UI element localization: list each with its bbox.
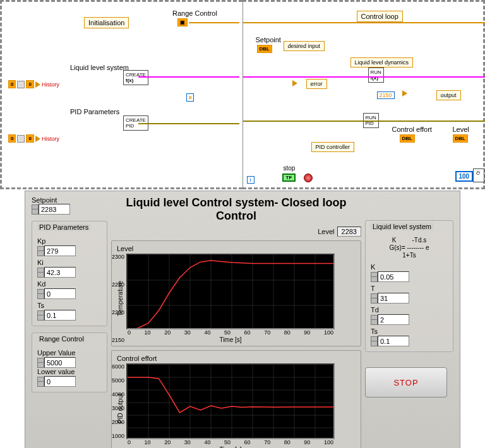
add-icon [402,90,407,97]
array-node-icon [17,135,25,143]
zero-box: 0 [26,134,33,143]
spinner-icon[interactable] [32,204,39,215]
chart-title: Control effort [117,355,356,362]
ki-input[interactable] [44,267,76,278]
upper-label: Upper Value [37,349,102,357]
setpoint-label: Setpoint [32,196,57,204]
spinner-icon[interactable] [37,268,44,278]
kp-label: Kp [37,237,102,245]
history-label: History [42,81,59,88]
arrow-icon [35,81,40,88]
create-node-1: CREATEf(x) [123,70,148,85]
control-loop-frame: Control loop Setpoint DBL desired input … [242,0,486,189]
upper-input[interactable] [44,357,76,368]
pid-controller-label: PID controller [311,142,355,152]
kp-input[interactable] [44,245,76,256]
dbl-terminal: DBL [453,134,468,143]
k-label: K [371,263,448,271]
group-legend: Range Control [37,335,86,343]
tf-terminal: TF [282,174,296,182]
front-panel: Setpoint PID Parameters Kp Ki Kd Ts Rang… [25,191,460,448]
spinner-icon[interactable] [37,377,44,387]
y-ticks: 2300225022002150 [112,254,126,343]
spinner-icon[interactable] [371,272,378,282]
pid-parameters-group: PID Parameters Kp Ki Kd Ts [32,221,107,326]
x-ticks: 0102030405060708090100 [126,439,335,445]
level-indicator: Level 2283 [111,227,361,237]
x-ticks: 0102030405060708090100 [126,329,335,336]
chart-title: Level [117,245,356,252]
setpoint-control: Setpoint [32,196,107,215]
level-chart: Level Temperature 2300225022002150 [111,240,361,346]
ts2-label: Ts [371,327,448,335]
history-label: History [42,136,59,142]
array-node-icon [17,81,25,88]
zero-box: 0 [26,80,33,88]
init-title: Initialisation [84,17,129,28]
k-input[interactable] [378,271,409,282]
metronome-icon: ⏱ [473,168,484,182]
group-legend: Liquid level system [371,223,433,230]
plot-area [126,363,335,439]
effort-chart: Control effort PID output 60005000400030… [111,350,361,448]
arrow-icon [35,136,40,142]
run-fx-node: RUNf(x) [368,68,384,83]
x-axis-label: Time [s] [126,336,335,343]
spinner-icon[interactable] [371,336,378,346]
zero-box: 0 [8,80,16,88]
spinner-icon[interactable] [37,310,44,321]
ts-label: Ts [37,302,102,309]
level-lbl: Level [453,126,469,133]
lower-label: Lower value [37,368,102,375]
zero-box: 0 [8,134,16,143]
setpoint-lbl: Setpoint [256,36,281,44]
history-cluster-2: 0 0 History [8,134,59,143]
level-label: Level [318,228,334,235]
panel-title: Liquid level Control system- Closed loop… [111,196,361,223]
spinner-icon[interactable] [37,358,44,368]
const-zero: 0 [186,93,194,102]
kd-input[interactable] [44,288,76,299]
group-legend: PID Parameters [37,223,90,231]
setpoint-input[interactable] [39,204,70,215]
liquid-level-system-group: Liquid level system K -Td.s G(s)= ------… [365,220,453,352]
spinner-icon[interactable] [371,315,378,325]
spinner-icon[interactable] [371,293,378,304]
spinner-icon[interactable] [37,289,44,299]
loop-delay-const: 100 [455,171,474,182]
dbl-terminal: DBL [400,134,415,143]
level-value: 2283 [337,227,361,237]
lls-label: Liquid level system [70,64,129,71]
error-label: error [306,79,327,89]
ts2-input[interactable] [378,336,409,346]
lld-label: Liquid level dynamics [350,57,414,68]
block-diagram: Initialisation Liquid level system CREAT… [0,0,485,189]
t-label: T [371,285,448,292]
spinner-icon[interactable] [37,246,44,256]
ts-input[interactable] [44,310,76,321]
td-input[interactable] [378,314,409,325]
iteration-terminal-icon: i [247,176,254,184]
desired-input-label: desired input [284,41,325,51]
subtract-icon [292,80,297,86]
range-control-group: Range Control Upper Value Lower value [32,333,107,392]
stop-node-icon [304,174,313,182]
dbl-terminal: DBL [257,45,272,53]
range-control-label: Range Control [172,9,217,17]
transfer-function-formula: K -Td.s G(s)= -------- e 1+Ts [371,237,448,259]
init-frame: Initialisation Liquid level system CREAT… [0,0,242,189]
history-cluster-1: 0 0 History [8,80,59,88]
output-label: output [436,90,461,100]
kd-label: Kd [37,280,102,288]
ki-label: Ki [37,259,102,266]
stop-button[interactable]: STOP [365,367,447,398]
y-ticks: 6000500040003000200010000 [112,363,126,448]
control-effort-lbl: Control effort [392,126,432,133]
stop-label: stop [284,165,296,172]
lower-input[interactable] [44,376,76,387]
control-loop-title: Control loop [357,11,403,22]
const-2150: 2150 [377,91,395,99]
t-input[interactable] [378,293,409,304]
pid-params-label: PID Parameters [70,108,119,115]
range-control-terminal: ▣ [177,18,188,27]
